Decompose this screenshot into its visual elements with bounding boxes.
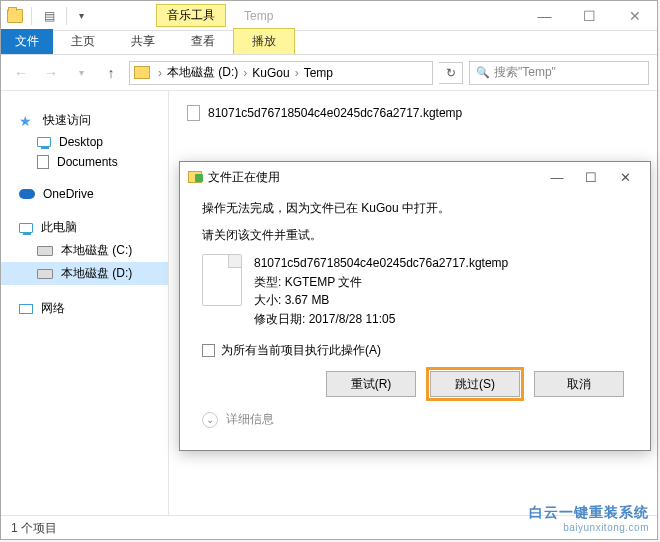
label: 大小: bbox=[254, 293, 281, 307]
retry-button[interactable]: 重试(R) bbox=[326, 371, 416, 397]
more-details-label: 详细信息 bbox=[226, 411, 274, 428]
dialog-maximize-button[interactable]: ☐ bbox=[574, 164, 608, 190]
value: 3.67 MB bbox=[285, 293, 330, 307]
folder-icon bbox=[134, 66, 150, 79]
tab-play[interactable]: 播放 bbox=[233, 28, 295, 54]
up-button[interactable]: ↑ bbox=[99, 61, 123, 85]
navbar: ← → ▾ ↑ › 本地磁盘 (D:) › KuGou › Temp ↻ 🔍 搜… bbox=[1, 55, 657, 91]
close-button[interactable]: ✕ bbox=[612, 2, 657, 30]
chevron-right-icon[interactable]: › bbox=[156, 66, 164, 80]
sidebar-item-label: 快速访问 bbox=[43, 112, 91, 129]
dialog-title: 文件正在使用 bbox=[208, 169, 280, 186]
cancel-button[interactable]: 取消 bbox=[534, 371, 624, 397]
star-icon: ★ bbox=[19, 114, 35, 128]
sidebar-network[interactable]: 网络 bbox=[1, 297, 168, 320]
more-details-toggle[interactable]: ⌄ 详细信息 bbox=[202, 411, 628, 428]
dialog-body: 操作无法完成，因为文件已在 KuGou 中打开。 请关闭该文件并重试。 8107… bbox=[180, 192, 650, 436]
breadcrumb[interactable]: 本地磁盘 (D:) bbox=[164, 64, 241, 81]
sidebar-item-label: 本地磁盘 (C:) bbox=[61, 242, 132, 259]
address-bar[interactable]: › 本地磁盘 (D:) › KuGou › Temp bbox=[129, 61, 433, 85]
file-large-icon bbox=[202, 254, 242, 306]
app-icon bbox=[7, 9, 23, 23]
window-title: Temp bbox=[244, 9, 273, 23]
checkbox-icon[interactable] bbox=[202, 344, 215, 357]
search-placeholder: 搜索"Temp" bbox=[494, 64, 556, 81]
file-tab[interactable]: 文件 bbox=[1, 29, 53, 54]
tab-share[interactable]: 共享 bbox=[113, 29, 173, 54]
ribbon: 文件 主页 共享 查看 播放 bbox=[1, 31, 657, 55]
qat-btn[interactable]: ▤ bbox=[40, 7, 58, 25]
chevron-down-icon: ⌄ bbox=[202, 412, 218, 428]
breadcrumb[interactable]: KuGou bbox=[249, 66, 292, 80]
minimize-button[interactable]: — bbox=[522, 2, 567, 30]
search-icon: 🔍 bbox=[476, 66, 490, 79]
file-name: 81071c5d76718504c4e0245dc76a2717.kgtemp bbox=[208, 106, 462, 120]
qat-dropdown-icon[interactable]: ▾ bbox=[75, 10, 88, 21]
sidebar-onedrive[interactable]: OneDrive bbox=[1, 184, 168, 204]
back-button[interactable]: ← bbox=[9, 61, 33, 85]
dialog-instruction: 请关闭该文件并重试。 bbox=[202, 227, 628, 244]
forward-button[interactable]: → bbox=[39, 61, 63, 85]
drive-icon bbox=[37, 269, 53, 279]
chevron-right-icon[interactable]: › bbox=[293, 66, 301, 80]
search-input[interactable]: 🔍 搜索"Temp" bbox=[469, 61, 649, 85]
sidebar-desktop[interactable]: Desktop bbox=[1, 132, 168, 152]
checkbox-label: 为所有当前项目执行此操作(A) bbox=[221, 342, 381, 359]
quick-access-toolbar: ▤ ▾ bbox=[1, 7, 94, 25]
dialog-titlebar: 文件正在使用 — ☐ ✕ bbox=[180, 162, 650, 192]
breadcrumb[interactable]: Temp bbox=[301, 66, 336, 80]
dialog-close-button[interactable]: ✕ bbox=[608, 164, 642, 190]
apply-all-checkbox[interactable]: 为所有当前项目执行此操作(A) bbox=[202, 342, 628, 359]
titlebar: ▤ ▾ 音乐工具 Temp — ☐ ✕ bbox=[1, 1, 657, 31]
tab-view[interactable]: 查看 bbox=[173, 29, 233, 54]
chevron-right-icon[interactable]: › bbox=[241, 66, 249, 80]
refresh-button[interactable]: ↻ bbox=[439, 62, 463, 84]
sidebar-item-label: 此电脑 bbox=[41, 219, 77, 236]
sidebar-this-pc[interactable]: 此电脑 bbox=[1, 216, 168, 239]
sidebar-item-label: 网络 bbox=[41, 300, 65, 317]
statusbar: 1 个项目 bbox=[1, 515, 657, 539]
tab-home[interactable]: 主页 bbox=[53, 29, 113, 54]
file-in-use-dialog: 文件正在使用 — ☐ ✕ 操作无法完成，因为文件已在 KuGou 中打开。 请关… bbox=[179, 161, 651, 451]
file-icon bbox=[187, 105, 200, 121]
desktop-icon bbox=[37, 137, 51, 147]
sidebar-drive-d[interactable]: 本地磁盘 (D:) bbox=[1, 262, 168, 285]
dialog-file-info: 81071c5d76718504c4e0245dc76a2717.kgtemp … bbox=[202, 254, 628, 328]
sidebar: ★ 快速访问 Desktop Documents OneDrive 此电脑 bbox=[1, 91, 169, 515]
file-item[interactable]: 81071c5d76718504c4e0245dc76a2717.kgtemp bbox=[187, 105, 639, 121]
sidebar-item-label: OneDrive bbox=[43, 187, 94, 201]
sidebar-drive-c[interactable]: 本地磁盘 (C:) bbox=[1, 239, 168, 262]
recent-dropdown-icon[interactable]: ▾ bbox=[69, 61, 93, 85]
skip-button[interactable]: 跳过(S) bbox=[430, 371, 520, 397]
window-controls: — ☐ ✕ bbox=[522, 2, 657, 30]
value: KGTEMP 文件 bbox=[285, 275, 363, 289]
dialog-message: 操作无法完成，因为文件已在 KuGou 中打开。 bbox=[202, 200, 628, 217]
dialog-buttons: 重试(R) 跳过(S) 取消 bbox=[202, 371, 628, 397]
dialog-minimize-button[interactable]: — bbox=[540, 164, 574, 190]
maximize-button[interactable]: ☐ bbox=[567, 2, 612, 30]
pc-icon bbox=[19, 223, 33, 233]
value: 2017/8/28 11:05 bbox=[309, 312, 396, 326]
dialog-icon bbox=[188, 171, 202, 183]
sidebar-item-label: 本地磁盘 (D:) bbox=[61, 265, 132, 282]
sidebar-quick-access[interactable]: ★ 快速访问 bbox=[1, 109, 168, 132]
status-text: 1 个项目 bbox=[11, 521, 57, 535]
onedrive-icon bbox=[19, 189, 35, 199]
label: 修改日期: bbox=[254, 312, 305, 326]
network-icon bbox=[19, 304, 33, 314]
contextual-tab-label: 音乐工具 bbox=[156, 4, 226, 27]
explorer-window: ▤ ▾ 音乐工具 Temp — ☐ ✕ 文件 主页 共享 查看 播放 ← → ▾… bbox=[0, 0, 658, 540]
documents-icon bbox=[37, 155, 49, 169]
sidebar-documents[interactable]: Documents bbox=[1, 152, 168, 172]
drive-icon bbox=[37, 246, 53, 256]
sidebar-item-label: Documents bbox=[57, 155, 118, 169]
sidebar-item-label: Desktop bbox=[59, 135, 103, 149]
label: 类型: bbox=[254, 275, 281, 289]
file-name: 81071c5d76718504c4e0245dc76a2717.kgtemp bbox=[254, 254, 508, 273]
